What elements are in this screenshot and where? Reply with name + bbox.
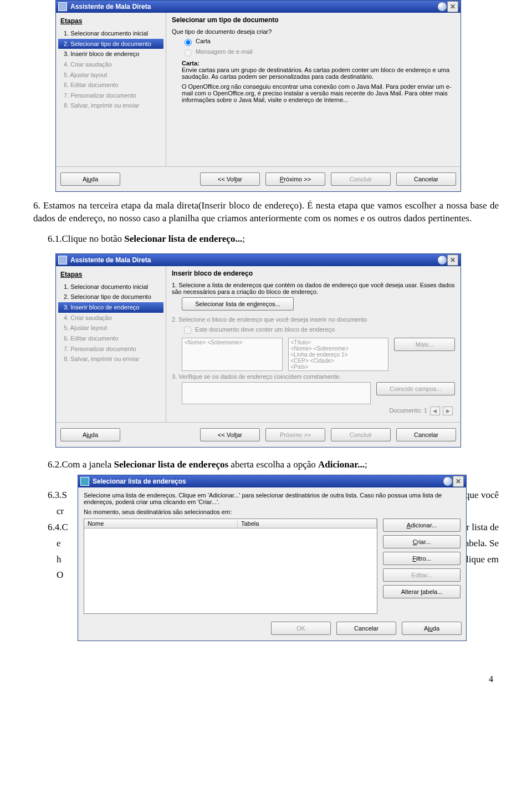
- next-button[interactable]: Próximo >>: [265, 172, 325, 186]
- now-text: No momento, seus destinatários são selec…: [84, 509, 461, 515]
- titlebar[interactable]: Selecionar lista de endereços ✕: [78, 475, 466, 487]
- finish-button: Concluir: [331, 172, 391, 186]
- back-button[interactable]: << Voltar: [200, 172, 260, 186]
- step-1[interactable]: 1. Selecionar documento inicial: [58, 282, 163, 292]
- steps-panel: Etapas 1. Selecionar documento inicial 2…: [56, 266, 166, 422]
- step-2[interactable]: 2. Selecionar tipo de documento: [58, 292, 163, 302]
- java-text: O OpenOffice.org não conseguiu encontrar…: [182, 83, 455, 103]
- address-block-preview-2: <Título> <Nome> <Sobrenome> <Linha de en…: [288, 338, 389, 371]
- titlebar[interactable]: Assistente de Mala Direta ✕: [56, 1, 461, 13]
- step-3-label: 3. Verifique se os dados de endereço coi…: [172, 373, 455, 380]
- more-button: Mais...: [394, 338, 455, 351]
- window-icon: [80, 477, 89, 486]
- step-3[interactable]: 3. Inserir bloco de endereço: [58, 49, 163, 59]
- step-2-label: 2. Selecione o bloco de endereço que voc…: [172, 316, 455, 323]
- mailmerge-wizard-window-step2: Assistente de Mala Direta ✕ Etapas 1. Se…: [55, 0, 461, 192]
- doc-para-6-2: 6.2.Com a janela Selecionar lista de end…: [48, 459, 499, 471]
- titlebar[interactable]: Assistente de Mala Direta ✕: [56, 254, 461, 266]
- step-8: 8. Salvar, imprimir ou enviar: [58, 354, 163, 364]
- step-5: 5. Ajustar layout: [58, 323, 163, 333]
- address-list-table[interactable]: Nome Tabela: [84, 519, 377, 614]
- page-number: 4: [17, 674, 493, 684]
- doc-para-6-1: 6.1.Clique no botão Selecionar lista de …: [48, 233, 499, 246]
- finish-button: Concluir: [331, 428, 391, 441]
- step-2[interactable]: 2. Selecionar tipo de documento: [58, 39, 163, 49]
- match-fields-button: Coincidir campos...: [376, 382, 455, 395]
- carta-text: Envie cartas para um grupo de destinatár…: [182, 67, 455, 80]
- step-7: 7. Personalizar documento: [58, 90, 163, 101]
- button-row: Ajuda << Voltar Próximo >> Concluir Canc…: [56, 422, 461, 447]
- step-4: 4. Criar saudação: [58, 59, 163, 70]
- select-addresslist-button[interactable]: Selecionar lista de endereços...: [182, 297, 294, 311]
- intro-text: Selecione uma lista de endereços. Clique…: [84, 492, 461, 505]
- step-6: 6. Editar documento: [58, 333, 163, 344]
- step-3[interactable]: 3. Inserir bloco de endereço: [58, 302, 163, 313]
- decor-icon: [443, 476, 453, 486]
- steps-panel: Etapas 1. Selecionar documento inicial 2…: [56, 13, 166, 166]
- pane-header: Selecionar um tipo de documento: [172, 16, 455, 24]
- next-button: Próximo >>: [265, 428, 325, 441]
- step-1-label: 1. Selecione a lista de endereços que co…: [172, 282, 455, 295]
- col-tabela[interactable]: Tabela: [238, 519, 377, 528]
- close-icon[interactable]: ✕: [447, 1, 458, 12]
- contains-block-input: [184, 327, 191, 334]
- col-nome[interactable]: Nome: [84, 519, 238, 528]
- step-6: 6. Editar documento: [58, 80, 163, 90]
- decor-icon: [437, 255, 447, 265]
- address-block-preview-1: <Nome> <Sobrenome>: [182, 338, 283, 371]
- cancel-button[interactable]: Cancelar: [396, 172, 456, 186]
- create-button[interactable]: Criar...: [383, 535, 461, 548]
- step-5: 5. Ajustar layout: [58, 70, 163, 80]
- decor-icon: [437, 2, 447, 12]
- question-label: Que tipo de documento deseja criar?: [172, 28, 455, 35]
- carta-header: Carta:: [182, 60, 455, 67]
- add-button[interactable]: Adicionar...: [383, 519, 461, 532]
- button-row: Ajuda << Voltar Próximo >> Concluir Canc…: [56, 166, 461, 191]
- doc-para-6: 6. Estamos na terceira etapa da mala dir…: [33, 200, 499, 225]
- back-button[interactable]: << Voltar: [200, 428, 260, 441]
- close-icon[interactable]: ✕: [447, 255, 458, 266]
- edit-button: Editar...: [383, 568, 461, 582]
- steps-header: Etapas: [58, 268, 163, 282]
- prev-doc-button: ◀: [430, 406, 440, 415]
- help-button[interactable]: Ajuda: [60, 428, 120, 441]
- pane-header: Inserir bloco de endereço: [172, 270, 455, 277]
- step-8: 8. Salvar, imprimir ou enviar: [58, 100, 163, 111]
- radio-email: Mensagem de e-mail: [182, 48, 455, 57]
- contains-block-checkbox: Este documento deve conter um bloco de e…: [182, 325, 455, 336]
- ok-button: OK: [271, 622, 331, 635]
- step-4: 4. Criar saudação: [58, 313, 163, 323]
- cancel-button[interactable]: Cancelar: [336, 622, 396, 635]
- select-addresslist-dialog: Selecionar lista de endereços ✕ Selecion…: [78, 475, 467, 641]
- filter-button[interactable]: Filtro...: [383, 552, 461, 565]
- step-1[interactable]: 1. Selecionar documento inicial: [58, 28, 163, 39]
- step-7: 7. Personalizar documento: [58, 344, 163, 354]
- window-title: Assistente de Mala Direta: [70, 256, 434, 264]
- mailmerge-wizard-window-step3: Assistente de Mala Direta ✕ Etapas 1. Se…: [55, 253, 461, 448]
- content-pane: Selecionar um tipo de documento Que tipo…: [166, 13, 461, 166]
- content-pane: Inserir bloco de endereço 1. Selecione a…: [166, 266, 461, 422]
- radio-carta-input[interactable]: [185, 39, 192, 46]
- cancel-button[interactable]: Cancelar: [396, 428, 456, 441]
- radio-carta[interactable]: Carta: [182, 37, 455, 46]
- next-doc-button: ▶: [443, 406, 453, 415]
- radio-email-label: Mensagem de e-mail: [196, 48, 253, 55]
- window-icon: [58, 256, 67, 265]
- steps-header: Etapas: [58, 15, 163, 28]
- window-title: Assistente de Mala Direta: [70, 3, 434, 11]
- close-icon[interactable]: ✕: [453, 476, 464, 487]
- table-header: Nome Tabela: [84, 519, 377, 528]
- window-title: Selecionar lista de endereços: [93, 477, 439, 485]
- help-button[interactable]: Ajuda: [60, 172, 120, 186]
- document-counter: Documento: 1 ◀ ▶: [172, 406, 455, 415]
- radio-email-input: [185, 49, 192, 57]
- help-button[interactable]: Ajuda: [402, 622, 462, 635]
- change-table-button[interactable]: Alterar tabela...: [383, 585, 461, 598]
- match-preview: [182, 382, 371, 404]
- window-icon: [58, 2, 67, 11]
- radio-carta-label: Carta: [196, 38, 211, 44]
